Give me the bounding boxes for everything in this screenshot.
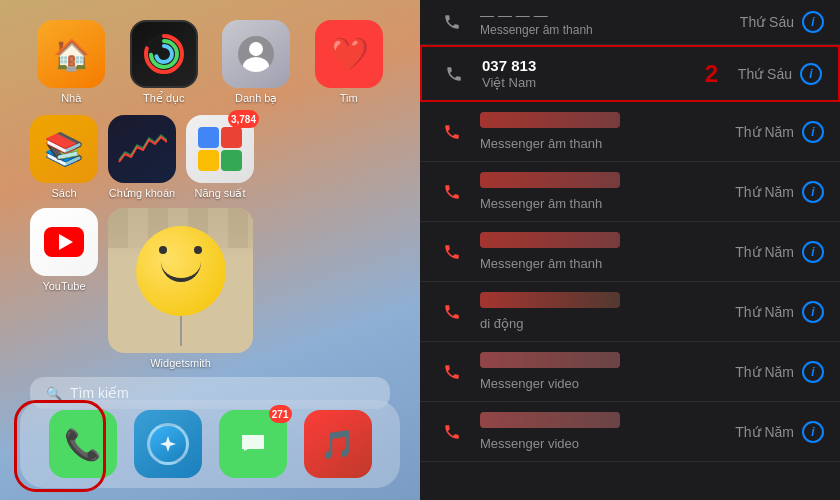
call-icon-5 (436, 356, 468, 388)
highlighted-caller-country: Việt Nam (482, 75, 738, 90)
call-name-1-blurred (480, 112, 620, 128)
app-grid-row1: 🏠 Nhà Thể dục (0, 0, 420, 115)
chungkhoan-icon[interactable] (108, 115, 176, 183)
dock-phone[interactable]: 📞 (49, 410, 117, 478)
tim-icon[interactable]: ❤️ (315, 20, 383, 88)
search-label: Tìm kiếm (70, 385, 129, 401)
call-icon-6 (436, 416, 468, 448)
svg-marker-8 (160, 436, 176, 452)
call-name-3-blurred (480, 232, 620, 248)
theduc-icon[interactable] (130, 20, 198, 88)
call-item-5[interactable]: Messenger video Thứ Năm (420, 342, 840, 402)
annotation-label-2: 2 (705, 60, 718, 88)
call-info-4: di động (480, 292, 735, 331)
call-item-top[interactable]: — — — — Messenger âm thanh Thứ Sáu (420, 0, 840, 45)
nangxuat-badge: 3,784 (228, 110, 259, 128)
dock-messages[interactable]: 271 (219, 410, 287, 478)
recent-calls-panel: — — — — Messenger âm thanh Thứ Sáu 037 8… (420, 0, 840, 500)
call-icon-4 (436, 296, 468, 328)
messages-badge: 271 (269, 405, 292, 423)
chungkhoan-label: Chứng khoán (109, 187, 175, 200)
call-subtext-6: Messenger video (480, 436, 735, 451)
app-chungkhoan[interactable]: Chứng khoán (108, 115, 176, 200)
activity-ring-icon (142, 32, 186, 76)
sach-label: Sách (51, 187, 76, 199)
call-subtext-4: di động (480, 316, 735, 331)
widget-photo (108, 208, 253, 353)
info-btn-5[interactable] (802, 361, 824, 383)
messages-icon (232, 424, 274, 464)
call-item-6[interactable]: Messenger video Thứ Năm (420, 402, 840, 462)
home-screen: 🏠 Nhà Thể dục (0, 0, 420, 500)
stock-chart-icon (117, 132, 167, 167)
youtube-label: YouTube (42, 280, 85, 292)
phone-icon: 📞 (64, 427, 101, 462)
call-day-1: Thứ Năm (735, 124, 794, 140)
widgetsmith-label: Widgetsmith (108, 357, 253, 369)
info-btn-6[interactable] (802, 421, 824, 443)
call-name-5-blurred (480, 352, 620, 368)
call-info-3: Messenger âm thanh (480, 232, 735, 271)
call-item-3[interactable]: Messenger âm thanh Thứ Năm (420, 222, 840, 282)
call-day-4: Thứ Năm (735, 304, 794, 320)
call-subtext-3: Messenger âm thanh (480, 256, 735, 271)
svg-point-7 (243, 57, 269, 72)
call-list: — — — — Messenger âm thanh Thứ Sáu 037 8… (420, 0, 840, 462)
app-sach[interactable]: 📚 Sách (30, 115, 98, 200)
call-name-6-blurred (480, 412, 620, 428)
app-youtube[interactable]: YouTube (30, 208, 98, 292)
nangxuat-icon[interactable]: 3,784 (186, 115, 254, 183)
call-item-4[interactable]: di động Thứ Năm (420, 282, 840, 342)
info-btn-2[interactable] (802, 181, 824, 203)
app-theduc[interactable]: Thể dục (123, 20, 206, 105)
call-day-5: Thứ Năm (735, 364, 794, 380)
highlighted-call-item[interactable]: 037 813 Việt Nam Thứ Sáu 2 (420, 45, 840, 102)
youtube-play-icon (44, 227, 84, 257)
call-icon-3 (436, 236, 468, 268)
nha-label: Nhà (61, 92, 81, 104)
highlighted-call-day: Thứ Sáu (738, 66, 792, 82)
danhba-label: Danh bạ (235, 92, 277, 105)
info-btn-3[interactable] (802, 241, 824, 263)
call-info-5: Messenger video (480, 352, 735, 391)
highlighted-caller-number: 037 813 (482, 57, 738, 74)
tim-label: Tim (340, 92, 358, 104)
balloon-decoration (136, 226, 226, 316)
info-btn-1[interactable] (802, 121, 824, 143)
call-day-2: Thứ Năm (735, 184, 794, 200)
call-day-6: Thứ Năm (735, 424, 794, 440)
call-info-top: — — — — Messenger âm thanh (480, 7, 740, 37)
highlighted-call-icon (438, 58, 470, 90)
top-info-button[interactable] (802, 11, 824, 33)
svg-point-6 (249, 42, 263, 56)
safari-icon (147, 423, 189, 465)
danhba-icon[interactable] (222, 20, 290, 88)
call-icon-2 (436, 176, 468, 208)
app-nangxuat[interactable]: 3,784 Năng suất (186, 115, 254, 200)
dock-music[interactable]: 🎵 (304, 410, 372, 478)
sach-icon[interactable]: 📚 (30, 115, 98, 183)
top-call-subtext: Messenger âm thanh (480, 23, 740, 37)
call-icon-top (436, 6, 468, 38)
widgetsmith-widget[interactable]: Widgetsmith (108, 208, 253, 369)
highlighted-info-button[interactable] (800, 63, 822, 85)
nha-icon[interactable]: 🏠 (37, 20, 105, 88)
call-item-2[interactable]: Messenger âm thanh Thứ Năm (420, 162, 840, 222)
call-subtext-2: Messenger âm thanh (480, 196, 735, 211)
app-nha[interactable]: 🏠 Nhà (30, 20, 113, 105)
call-icon-1 (436, 116, 468, 148)
nangxuat-label: Năng suất (194, 187, 245, 200)
call-info-1: Messenger âm thanh (480, 112, 735, 151)
music-icon: 🎵 (320, 428, 355, 461)
call-item-1[interactable]: Messenger âm thanh Thứ Năm (420, 102, 840, 162)
app-tim[interactable]: ❤️ Tim (308, 20, 391, 105)
info-btn-4[interactable] (802, 301, 824, 323)
call-info-6: Messenger video (480, 412, 735, 451)
theduc-label: Thể dục (143, 92, 185, 105)
youtube-icon[interactable] (30, 208, 98, 276)
dock-safari[interactable] (134, 410, 202, 478)
call-info-2: Messenger âm thanh (480, 172, 735, 211)
call-subtext-1: Messenger âm thanh (480, 136, 735, 151)
call-name-2-blurred (480, 172, 620, 188)
app-danhba[interactable]: Danh bạ (215, 20, 298, 105)
